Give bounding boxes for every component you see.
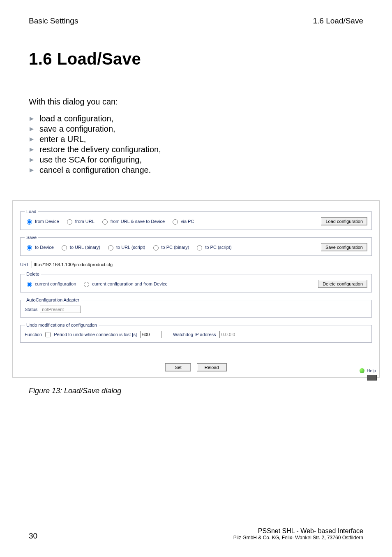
list-item: enter a URL,	[29, 135, 363, 144]
undo-period-field[interactable]	[140, 331, 161, 338]
reload-button[interactable]: Reload	[197, 363, 227, 371]
page-footer: 30 PSSnet SHL - Web- based Interface Pil…	[29, 515, 363, 557]
intro-text: With this dialog you can:	[29, 97, 363, 107]
url-input[interactable]	[32, 261, 167, 268]
footer-title: PSSnet SHL - Web- based Interface	[233, 527, 363, 535]
svg-marker-2	[30, 137, 34, 142]
running-header-left: Basic Settings	[29, 16, 78, 26]
footer-subtitle: Pilz GmbH & Co. KG, Felix- Wankel Str. 2…	[233, 535, 363, 541]
list-item: cancel a configuration change.	[29, 165, 363, 175]
load-configuration-button[interactable]: Load configuration	[321, 217, 367, 225]
help-link[interactable]: Help	[360, 368, 376, 373]
radio-input[interactable]	[197, 245, 202, 251]
radio-label: to Device	[35, 245, 54, 250]
radio-to-pc-binary[interactable]: to PC (binary)	[151, 244, 189, 251]
delete-configuration-button[interactable]: Delete configuration	[318, 280, 367, 288]
radio-to-pc-script[interactable]: to PC (script)	[195, 244, 231, 251]
bullet-list: load a configuration, save a configurati…	[29, 114, 363, 176]
load-save-dialog: Load from Device from URL from URL & sav…	[12, 200, 380, 378]
radio-label: to PC (binary)	[161, 245, 189, 250]
radio-label: from URL	[75, 219, 95, 224]
header-rule	[29, 29, 363, 29]
list-item: use the SCA for configuring,	[29, 155, 363, 165]
save-group: Save to Device to URL (binary) to URL (s…	[20, 235, 372, 256]
radio-delete-current-and-device[interactable]: current configuration and from Device	[82, 281, 167, 287]
radio-label: to URL (binary)	[70, 245, 100, 250]
help-icon	[360, 368, 364, 373]
running-header-right: 1.6 Load/Save	[313, 16, 363, 26]
triangle-bullet-icon	[29, 167, 35, 173]
list-item-label: cancel a configuration change.	[39, 165, 151, 175]
undo-function-checkbox[interactable]	[45, 332, 51, 337]
svg-marker-5	[30, 168, 34, 172]
undo-period-label: Period to undo while connection is lost …	[54, 332, 137, 337]
radio-input[interactable]	[84, 282, 89, 287]
aca-group: AutoConfiguration Adapter Status	[20, 297, 372, 318]
radio-to-device[interactable]: to Device	[25, 244, 54, 251]
radio-from-url[interactable]: from URL	[65, 218, 95, 225]
radio-input[interactable]	[153, 245, 159, 251]
radio-label: from Device	[35, 219, 59, 224]
resize-grip-icon	[367, 375, 377, 381]
set-button[interactable]: Set	[165, 363, 191, 371]
radio-input[interactable]	[67, 219, 72, 225]
radio-via-pc[interactable]: via PC	[171, 218, 194, 225]
list-item-label: load a configuration,	[39, 114, 113, 123]
radio-input[interactable]	[102, 219, 108, 225]
undo-watchdog-field	[219, 331, 252, 338]
url-label: URL	[20, 262, 29, 267]
url-row: URL	[20, 261, 372, 268]
radio-input[interactable]	[27, 245, 32, 251]
triangle-bullet-icon	[29, 147, 35, 153]
radio-input[interactable]	[108, 245, 113, 251]
figure-caption: Figure 13: Load/Save dialog	[29, 387, 363, 395]
delete-legend: Delete	[25, 272, 41, 276]
save-legend: Save	[25, 235, 38, 240]
radio-label: to URL (script)	[116, 245, 145, 250]
delete-group: Delete current configuration current con…	[20, 272, 372, 292]
radio-input[interactable]	[27, 219, 32, 225]
list-item-label: use the SCA for configuring,	[39, 155, 142, 165]
svg-marker-1	[30, 127, 34, 131]
triangle-bullet-icon	[29, 116, 35, 122]
list-item: save a configuration,	[29, 124, 363, 134]
radio-input[interactable]	[62, 245, 67, 251]
radio-label: from URL & save to Device	[111, 219, 165, 224]
undo-function-label: Function	[25, 332, 42, 337]
page-number: 30	[29, 531, 37, 541]
list-item-label: save a configuration,	[39, 124, 115, 134]
triangle-bullet-icon	[29, 157, 35, 163]
help-label: Help	[367, 368, 376, 373]
save-configuration-button[interactable]: Save configuration	[321, 243, 367, 251]
triangle-bullet-icon	[29, 137, 35, 142]
radio-from-device[interactable]: from Device	[25, 218, 59, 225]
svg-marker-4	[30, 158, 34, 162]
radio-to-url-binary[interactable]: to URL (binary)	[60, 244, 100, 251]
radio-label: current configuration and from Device	[92, 281, 167, 286]
list-item-label: enter a URL,	[39, 135, 86, 144]
aca-legend: AutoConfiguration Adapter	[25, 297, 81, 302]
radio-to-url-script[interactable]: to URL (script)	[106, 244, 145, 251]
undo-legend: Undo modifications of configuration	[25, 323, 99, 327]
list-item-label: restore the delivery configuration,	[39, 145, 161, 154]
svg-marker-0	[30, 117, 34, 121]
list-item: load a configuration,	[29, 114, 363, 123]
aca-status-label: Status	[25, 307, 37, 312]
radio-label: via PC	[181, 219, 194, 224]
radio-input[interactable]	[27, 282, 32, 287]
svg-marker-3	[30, 148, 34, 152]
undo-group: Undo modifications of configuration Func…	[20, 323, 372, 343]
load-legend: Load	[25, 209, 38, 214]
section-heading: 1.6 Load/Save	[29, 50, 363, 68]
radio-label: to PC (script)	[205, 245, 231, 250]
radio-delete-current[interactable]: current configuration	[25, 281, 76, 287]
aca-status-field	[40, 306, 81, 313]
load-group: Load from Device from URL from URL & sav…	[20, 209, 372, 230]
radio-label: current configuration	[35, 281, 76, 286]
list-item: restore the delivery configuration,	[29, 145, 363, 154]
dialog-bottom-buttons: Set Reload	[20, 363, 372, 371]
radio-input[interactable]	[173, 219, 178, 225]
undo-watchdog-label: Watchdog IP address	[173, 332, 216, 337]
triangle-bullet-icon	[29, 126, 35, 132]
radio-from-url-save[interactable]: from URL & save to Device	[100, 218, 165, 225]
